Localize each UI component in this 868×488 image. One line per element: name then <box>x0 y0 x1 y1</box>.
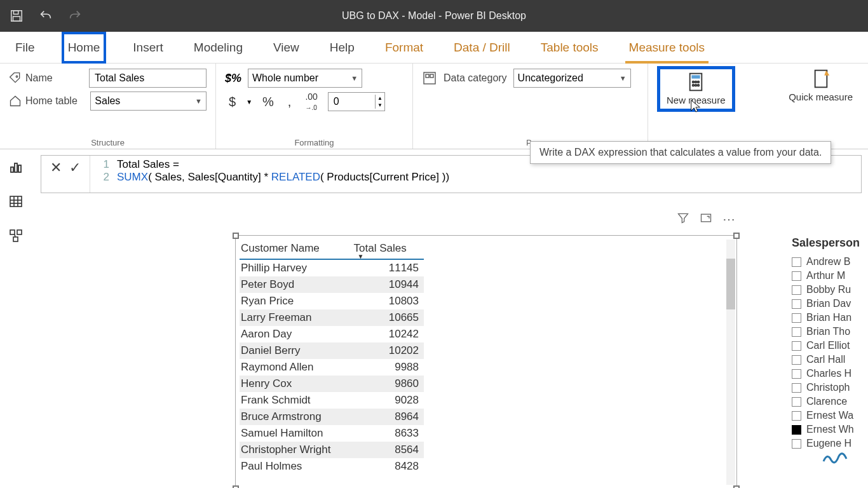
table-row[interactable]: Frank Schmidt9028 <box>240 392 424 409</box>
svg-point-14 <box>698 85 700 86</box>
percent-button[interactable]: % <box>259 95 278 109</box>
column-header[interactable]: Customer Name <box>241 242 354 255</box>
tab-view[interactable]: View <box>269 34 303 61</box>
table-row[interactable]: Ryan Price10803 <box>240 293 424 309</box>
quick-measure-button[interactable]: Quick measure <box>782 66 859 105</box>
spin-up-icon[interactable]: ▲ <box>376 95 384 102</box>
chevron-down-icon: ▼ <box>620 74 627 82</box>
checkbox-icon[interactable] <box>792 411 801 421</box>
tab-table-tools[interactable]: Table tools <box>537 34 602 61</box>
checkbox-icon[interactable] <box>792 327 801 337</box>
tab-file[interactable]: File <box>11 34 39 61</box>
quick-calc-icon <box>811 69 831 89</box>
table-row[interactable]: Peter Boyd10944 <box>240 276 424 293</box>
tab-help[interactable]: Help <box>326 34 358 61</box>
more-options-icon[interactable]: ⋯ <box>722 212 735 227</box>
checkbox-icon[interactable] <box>792 355 801 365</box>
checkbox-icon[interactable] <box>792 313 801 323</box>
slicer-item[interactable]: Charles H <box>792 367 868 381</box>
checkbox-icon[interactable] <box>792 397 801 407</box>
checkbox-icon[interactable] <box>792 439 801 449</box>
slicer-item[interactable]: Brian Dav <box>792 297 868 311</box>
tab-home[interactable]: Home <box>62 32 107 64</box>
comma-button[interactable]: , <box>284 95 295 109</box>
table-row[interactable]: Bruce Armstrong8964 <box>240 409 424 425</box>
slicer-item-label: Ernest Wh <box>806 424 854 435</box>
undo-icon[interactable] <box>37 7 55 25</box>
decimals-input[interactable]: 0 ▲▼ <box>328 92 385 111</box>
slicer-item[interactable]: Bobby Ru <box>792 283 868 297</box>
tab-data-drill[interactable]: Data / Drill <box>450 34 514 61</box>
format-select[interactable]: Whole number▼ <box>248 69 362 88</box>
ribbon-group-structure: Name Home table Sales▼ Structure <box>0 64 216 149</box>
report-canvas[interactable]: ⋯ Customer Name Total Sales▼ Phillip Har… <box>38 203 868 488</box>
slicer-item[interactable]: Clarence <box>792 395 868 409</box>
table-row[interactable]: Henry Cox9860 <box>240 376 424 392</box>
cell-value: 9860 <box>355 377 419 390</box>
resize-handle[interactable] <box>233 233 239 239</box>
tab-measure-tools[interactable]: Measure tools <box>625 34 709 61</box>
home-table-select[interactable]: Sales▼ <box>90 92 207 111</box>
slicer-item[interactable]: Ernest Wh <box>792 423 868 437</box>
slicer-item[interactable]: Arthur M <box>792 269 868 283</box>
slicer-item[interactable]: Brian Tho <box>792 325 868 339</box>
commit-formula-icon[interactable]: ✓ <box>69 159 81 176</box>
table-row[interactable]: Aaron Day10242 <box>240 326 424 342</box>
table-row[interactable]: Phillip Harvey11145 <box>240 260 424 276</box>
slicer-item[interactable]: Ernest Wa <box>792 409 868 423</box>
slicer-salesperson: Salesperson Andrew BArthur MBobby RuBria… <box>792 236 868 451</box>
home-icon <box>9 95 22 107</box>
table-row[interactable]: Samuel Hamilton8633 <box>240 425 424 442</box>
group-label-formatting: Formatting <box>225 135 403 147</box>
table-row[interactable]: Daniel Berry10202 <box>240 342 424 359</box>
data-view-icon[interactable] <box>7 193 25 210</box>
slicer-item[interactable]: Carl Elliot <box>792 339 868 353</box>
redo-icon[interactable] <box>66 7 84 25</box>
table-row[interactable]: Christopher Wright8564 <box>240 442 424 458</box>
slicer-item[interactable]: Andrew B <box>792 255 868 269</box>
cancel-formula-icon[interactable]: ✕ <box>50 159 62 176</box>
scroll-thumb[interactable] <box>726 259 735 309</box>
table-row[interactable]: Paul Holmes8428 <box>240 458 424 475</box>
slicer-item[interactable]: Carl Hall <box>792 353 868 367</box>
checkbox-icon[interactable] <box>792 299 801 309</box>
slicer-item-label: Christoph <box>806 382 850 393</box>
save-icon[interactable] <box>8 7 25 25</box>
slicer-item-label: Arthur M <box>806 270 845 281</box>
data-category-select[interactable]: Uncategorized▼ <box>513 69 631 88</box>
spin-down-icon[interactable]: ▼ <box>376 102 384 109</box>
checkbox-icon[interactable] <box>792 383 801 393</box>
checkbox-icon[interactable] <box>792 271 801 281</box>
checkbox-icon[interactable] <box>792 369 801 379</box>
column-header[interactable]: Total Sales▼ <box>354 242 423 255</box>
slicer-item[interactable]: Christoph <box>792 381 868 395</box>
report-view-icon[interactable] <box>7 158 25 176</box>
checkbox-icon[interactable] <box>792 341 801 351</box>
tab-insert[interactable]: Insert <box>129 34 167 61</box>
checkbox-icon[interactable] <box>792 425 801 435</box>
table-visual[interactable]: ⋯ Customer Name Total Sales▼ Phillip Har… <box>235 235 737 488</box>
cell-name: Frank Schmidt <box>241 394 355 407</box>
resize-handle[interactable] <box>733 233 740 239</box>
precision-button[interactable]: .00→.0 <box>301 92 321 112</box>
filter-icon[interactable] <box>677 212 689 227</box>
focus-mode-icon[interactable] <box>700 212 712 227</box>
currency-button[interactable]: $ <box>225 95 240 109</box>
slicer-item[interactable]: Brian Han <box>792 311 868 325</box>
table-row[interactable]: Raymond Allen9988 <box>240 359 424 376</box>
tab-modeling[interactable]: Modeling <box>190 34 247 61</box>
model-view-icon[interactable] <box>7 227 25 245</box>
chevron-down-icon[interactable]: ▼ <box>246 98 252 105</box>
checkbox-icon[interactable] <box>792 257 801 267</box>
tab-format[interactable]: Format <box>381 34 427 61</box>
scrollbar[interactable] <box>726 240 735 485</box>
cell-name: Samuel Hamilton <box>241 427 355 440</box>
table-row[interactable]: Larry Freeman10665 <box>240 309 424 326</box>
resize-handle[interactable] <box>233 485 239 488</box>
svg-rect-6 <box>430 74 433 78</box>
checkbox-icon[interactable] <box>792 285 801 295</box>
mouse-cursor-icon <box>689 99 703 113</box>
slicer-item-label: Brian Han <box>806 312 851 323</box>
resize-handle[interactable] <box>733 485 740 488</box>
measure-name-input[interactable] <box>89 69 207 88</box>
